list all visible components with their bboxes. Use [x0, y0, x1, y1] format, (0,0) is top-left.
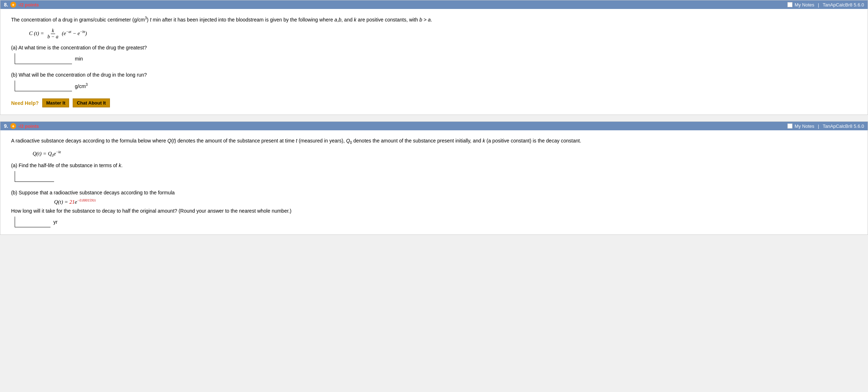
header-left-9: 9. + -/2 points: [4, 123, 39, 129]
question-8-content: The concentration of a drug in grams/cub…: [0, 9, 868, 115]
header-right-8: My Notes | TanApCalcBr8 5.6.0: [787, 2, 864, 8]
input-9a[interactable]: [15, 171, 54, 182]
sub-question-8a: (a) At what time is the concentration of…: [11, 45, 857, 64]
formula-9b: Q(t) = 21e−0.0001591t: [54, 198, 857, 205]
source-9: TanApCalcBr8 5.6.0: [823, 124, 864, 129]
question-8-header: 8. + -/2 points My Notes | TanApCalcBr8 …: [0, 0, 868, 9]
sub-question-8b: (b) What will be the concentration of th…: [11, 72, 857, 91]
my-notes-checkbox-8[interactable]: [787, 2, 792, 7]
question-8-text: The concentration of a drug in grams/cub…: [11, 15, 857, 24]
formula-9: Q(t) = Q0e−kt: [33, 150, 857, 158]
question-8: 8. + -/2 points My Notes | TanApCalcBr8 …: [0, 0, 868, 115]
question-number-9: 9.: [4, 123, 8, 129]
unit-8a: min: [75, 56, 83, 62]
points-9: -/2 points: [18, 124, 39, 129]
separator-8: |: [818, 2, 819, 8]
my-notes-checkbox-9[interactable]: [787, 124, 792, 129]
source-8: TanApCalcBr8 5.6.0: [823, 2, 864, 8]
input-8b[interactable]: [15, 81, 72, 91]
separator-9: |: [818, 124, 819, 129]
master-it-button-8[interactable]: Master It: [42, 98, 69, 107]
plus-icon-9[interactable]: +: [10, 123, 16, 129]
plus-icon-8[interactable]: +: [10, 2, 16, 8]
points-8: -/2 points: [18, 2, 39, 8]
my-notes-link-8[interactable]: My Notes: [795, 2, 814, 8]
my-notes-link-9[interactable]: My Notes: [795, 124, 814, 129]
unit-9b: yr: [53, 219, 58, 225]
sub-question-9a: (a) Find the half-life of the substance …: [11, 163, 857, 182]
question-9: 9. + -/2 points My Notes | TanApCalcBr8 …: [0, 121, 868, 235]
answer-row-9a: [15, 171, 857, 182]
answer-row-9b: yr: [15, 217, 857, 227]
header-left-8: 8. + -/2 points: [4, 2, 39, 8]
question-9-content: A radioactive substance decays according…: [0, 130, 868, 234]
sub-label-8a: (a) At what time is the concentration of…: [11, 45, 857, 50]
question-number-8: 8.: [4, 2, 8, 8]
answer-row-8a: min: [15, 53, 857, 64]
sub-label-8b: (b) What will be the concentration of th…: [11, 72, 857, 78]
question-9-text: A radioactive substance decays according…: [11, 137, 857, 146]
header-right-9: My Notes | TanApCalcBr8 5.6.0: [787, 124, 864, 129]
chat-about-button-8[interactable]: Chat About It: [73, 98, 110, 107]
question-9-header: 9. + -/2 points My Notes | TanApCalcBr8 …: [0, 122, 868, 130]
sub-label-9b: (b) Suppose that a radioactive substance…: [11, 190, 857, 195]
unit-8b: g/cm3: [75, 83, 88, 89]
sub-label-9a: (a) Find the half-life of the substance …: [11, 163, 857, 168]
sub-question-9b: (b) Suppose that a radioactive substance…: [11, 190, 857, 227]
need-help-8: Need Help? Master It Chat About It: [11, 98, 857, 107]
sub-label-9b-2: How long will it take for the substance …: [11, 208, 857, 214]
formula-8: C (t) = k b − a (e−at − e−bt): [29, 28, 857, 40]
input-8a[interactable]: [15, 53, 72, 64]
answer-row-8b: g/cm3: [15, 81, 857, 91]
need-help-label-8: Need Help?: [11, 100, 39, 106]
input-9b[interactable]: [15, 217, 50, 227]
